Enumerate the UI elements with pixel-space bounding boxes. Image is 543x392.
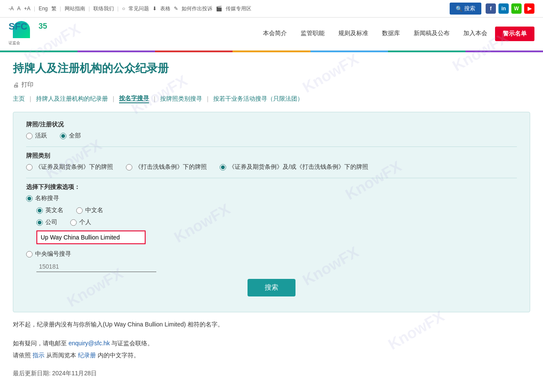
contact-line: 如有疑问，请电邮至 enquiry@sfc.hk 与证监会联络。 <box>13 337 530 349</box>
type-sfo-radio[interactable] <box>26 164 33 171</box>
individual-label: 个人 <box>79 218 91 226</box>
color-bar-4 <box>233 51 310 52</box>
breadcrumb-search-type[interactable]: 按牌照类别搜寻 <box>160 95 202 103</box>
contact-email[interactable]: enquiry@sfc.hk <box>69 340 110 347</box>
individual-radio[interactable] <box>70 219 77 226</box>
license-type-radio-group: 《证券及期货条例》下的牌照 《打击洗钱条例》下的牌照 《证券及期货条例》及/或《… <box>26 163 517 171</box>
central-number-input[interactable] <box>36 261 156 272</box>
font-plus[interactable]: +A <box>24 6 30 12</box>
type-aml-radio[interactable] <box>126 164 132 171</box>
license-type-label: 牌照类别 <box>26 152 517 160</box>
search-btn-label: 搜索 <box>464 5 475 12</box>
social-icons: f in W ▶ <box>486 3 534 14</box>
divider-2 <box>26 178 517 178</box>
color-bar-3 <box>155 51 233 52</box>
sep4: | <box>117 6 119 12</box>
nav-howto[interactable]: 如何作出投诉 <box>182 5 212 12</box>
breadcrumb: 主页 ｜ 持牌人及注册机构的纪录册 ｜ 按名字搜寻 ｜ 按牌照类别搜寻 ｜ 按若… <box>13 95 530 103</box>
guide-link2[interactable]: 纪录册 <box>78 352 96 359</box>
type-aml-option[interactable]: 《打击洗钱条例》下的牌照 <box>126 163 207 171</box>
contact-suffix: 与证监会联络。 <box>111 340 153 347</box>
breadcrumb-sep4: ｜ <box>205 95 211 103</box>
breadcrumb-registry[interactable]: 持牌人及注册机构的纪录册 <box>36 95 108 103</box>
company-radio[interactable] <box>36 219 43 226</box>
company-option[interactable]: 公司 <box>36 218 57 226</box>
nav-warning[interactable]: 警示名单 <box>495 27 534 41</box>
guide-end: 内的中文字符。 <box>98 352 140 359</box>
options-label: 选择下列搜索选项： <box>26 183 517 191</box>
central-search-row: 中央编号搜寻 <box>26 250 517 258</box>
company-label: 公司 <box>45 218 57 226</box>
type-both-option[interactable]: 《证券及期货条例》及/或《打击洗钱条例》下的牌照 <box>220 163 368 171</box>
youtube-icon[interactable]: ▶ <box>524 3 534 14</box>
search-button[interactable]: 🔍 搜索 <box>450 3 481 15</box>
main-content: 持牌人及注册机构的公众纪录册 🖨 打印 主页 ｜ 持牌人及注册机构的纪录册 ｜ … <box>0 52 543 386</box>
sep2: | <box>60 6 61 12</box>
facebook-icon[interactable]: f <box>486 3 496 14</box>
nav-about[interactable]: 本会简介 <box>257 26 293 42</box>
breadcrumb-sep2: ｜ <box>110 95 116 103</box>
name-search-input[interactable] <box>36 230 146 244</box>
font-normal[interactable]: A <box>17 6 21 12</box>
nav-howto-icon: ✎ <box>174 6 178 12</box>
guide-prefix: 请依照 <box>13 352 31 359</box>
type-sfo-option[interactable]: 《证券及期货条例》下的牌照 <box>26 163 113 171</box>
name-search-label: 名称搜寻 <box>35 195 59 202</box>
breadcrumb-search-activity[interactable]: 按若干业务活动搜寻（只限法团） <box>213 95 303 103</box>
search-options-group: 选择下列搜索选项： 名称搜寻 英文名 中文名 <box>26 183 517 272</box>
guide-link[interactable]: 指示 <box>33 352 45 359</box>
color-bar-7 <box>465 51 543 52</box>
name-input-wrapper <box>36 230 517 244</box>
central-search-label: 中央编号搜寻 <box>35 250 71 258</box>
individual-option[interactable]: 个人 <box>70 218 91 226</box>
error-message: 对不起，纪录册内没有与你所输入(Up Way China Bullion Lim… <box>13 321 530 329</box>
footer-notes: 如有疑问，请电邮至 enquiry@sfc.hk 与证监会联络。 请依照 指示 … <box>13 337 530 361</box>
nav-contact[interactable]: 联络我们 <box>93 5 114 12</box>
central-search-radio[interactable] <box>26 251 33 257</box>
lang-eng[interactable]: Eng <box>39 6 48 12</box>
entity-type-row: 公司 个人 <box>36 218 517 226</box>
print-label: 打印 <box>21 81 33 89</box>
nav-media[interactable]: 传媒专用区 <box>226 5 251 12</box>
form-section: 牌照/注册状况 活跃 全部 牌照类别 《证券及期货条例》下的牌照 <box>13 112 530 312</box>
nav-table[interactable]: 表格 <box>160 5 170 12</box>
font-minus[interactable]: -A <box>9 6 14 12</box>
nav-join[interactable]: 加入本会 <box>457 26 493 42</box>
main-nav: 本会简介 监管职能 规则及标准 数据库 新闻稿及公布 加入本会 警示名单 <box>257 26 534 42</box>
nav-news[interactable]: 新闻稿及公布 <box>408 26 456 42</box>
type-both-radio[interactable] <box>220 164 226 171</box>
logo-nav: SFC 证监会 35 本会简介 监管职能 规则及标准 数据库 新闻稿及公布 加入… <box>0 18 543 51</box>
english-name-radio[interactable] <box>36 207 43 214</box>
lang-chi[interactable]: 繁 <box>51 5 57 12</box>
name-search-radio[interactable] <box>26 195 33 202</box>
nav-rules[interactable]: 规则及标准 <box>332 26 374 42</box>
central-input-wrapper <box>36 261 517 272</box>
page-title: 持牌人及注册机构的公众纪录册 <box>13 61 530 76</box>
nav-faq[interactable]: 常见问题 <box>128 5 149 12</box>
nav-site[interactable]: 网站指南 <box>65 5 85 12</box>
wechat-icon[interactable]: W <box>511 3 522 14</box>
chinese-name-radio[interactable] <box>76 207 83 214</box>
breadcrumb-search-name[interactable]: 按名字搜寻 <box>119 95 149 103</box>
nav-faq-icon: ○ <box>122 6 125 12</box>
logo[interactable]: SFC 证监会 35 <box>9 21 47 47</box>
type-aml-label: 《打击洗钱条例》下的牌照 <box>135 163 207 171</box>
nav-database[interactable]: 数据库 <box>376 26 406 42</box>
top-bar-left: -A A +A | Eng 繁 | 网站指南 | 联络我们 | ○ 常见问题 ⬇… <box>9 5 251 12</box>
status-active-option[interactable]: 活跃 <box>26 132 47 140</box>
linkedin-icon[interactable]: in <box>498 3 509 14</box>
top-bar: -A A +A | Eng 繁 | 网站指南 | 联络我们 | ○ 常见问题 ⬇… <box>0 0 543 18</box>
name-search-option[interactable]: 名称搜寻 <box>26 195 517 202</box>
search-icon: 🔍 <box>456 6 462 12</box>
status-all-radio[interactable] <box>60 133 66 139</box>
english-name-option[interactable]: 英文名 <box>36 206 63 214</box>
status-all-option[interactable]: 全部 <box>60 132 81 140</box>
central-search-option[interactable]: 中央编号搜寻 <box>26 250 517 258</box>
print-bar[interactable]: 🖨 打印 <box>13 81 530 89</box>
chinese-name-option[interactable]: 中文名 <box>76 206 103 214</box>
status-active-radio[interactable] <box>26 133 33 139</box>
print-icon: 🖨 <box>13 81 19 88</box>
breadcrumb-home[interactable]: 主页 <box>13 95 25 103</box>
main-search-button[interactable]: 搜索 <box>248 279 295 296</box>
nav-supervision[interactable]: 监管职能 <box>295 26 331 42</box>
